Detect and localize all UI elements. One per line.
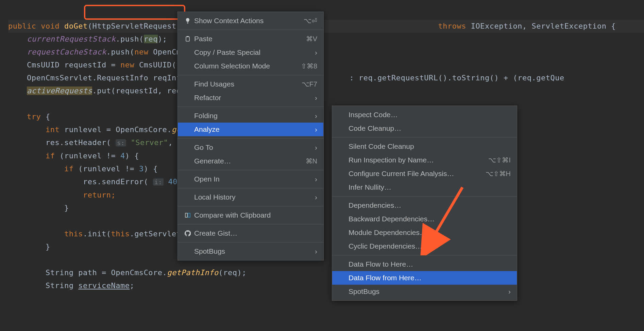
menu-item-run-inspection-by-name[interactable]: Run Inspection by Name…⌥⇧⌘I (332, 153, 517, 167)
menu-item-module-dependencies[interactable]: Module Dependencies… (332, 226, 517, 239)
menu-item-show-context-actions[interactable]: Show Context Actions⌥⏎ (178, 14, 323, 28)
code-text: CmsUUID requestId = (27, 61, 120, 69)
menu-item-infer-nullity[interactable]: Infer Nullity… (332, 180, 517, 194)
kw-int: int (46, 125, 64, 134)
bulb-icon (183, 18, 193, 24)
menu-item-silent-code-cleanup[interactable]: Silent Code Cleanup (332, 140, 517, 153)
menu-item-label: Inspect Code… (347, 111, 511, 119)
code-text: (req); (219, 268, 247, 277)
svg-rect-0 (186, 37, 189, 41)
menu-separator (332, 137, 517, 138)
menu-shortcut: ⌥⇧⌘I (478, 156, 511, 164)
menu-shortcut: ⇧⌘8 (291, 62, 317, 70)
menu-item-copy-paste-special[interactable]: Copy / Paste Special› (178, 46, 323, 59)
menu-item-label: Data Flow from Here… (347, 274, 511, 282)
svg-rect-2 (185, 213, 187, 217)
semi: ; (111, 191, 116, 199)
menu-item-label: Paste (193, 35, 296, 43)
menu-item-label: SpotBugs (347, 287, 508, 296)
kw-public-void: public void (8, 22, 64, 30)
menu-item-paste[interactable]: Paste⌘V (178, 32, 323, 46)
menu-item-label: Refactor (193, 94, 315, 102)
menu-item-data-flow-to-here[interactable]: Data Flow to Here… (332, 257, 517, 271)
hl-req: req (144, 35, 158, 43)
menu-item-label: Go To (193, 143, 315, 152)
kw-this: this (64, 230, 83, 238)
chevron-right-icon: › (315, 193, 317, 201)
menu-item-dependencies[interactable]: Dependencies… (332, 199, 517, 212)
menu-item-go-to[interactable]: Go To› (178, 141, 323, 154)
var-serviceName: serviceName (78, 281, 130, 290)
code-text: .push( (106, 48, 134, 56)
code-text: .push( (116, 35, 143, 43)
menu-item-generate[interactable]: Generate…⌘N (178, 154, 323, 168)
type-HttpServletRequest: HttpServletRequest (92, 22, 176, 30)
menu-separator (332, 255, 517, 255)
code-text: ); (158, 35, 167, 43)
menu-item-open-in[interactable]: Open In› (178, 172, 323, 186)
paren-open: ( (88, 22, 92, 30)
menu-separator (178, 30, 323, 30)
analyze-submenu[interactable]: Inspect Code…Code Cleanup…Silent Code Cl… (332, 106, 517, 301)
menu-item-local-history[interactable]: Local History› (178, 190, 323, 204)
code-text: ) { (144, 164, 158, 173)
menu-shortcut: ⌥⏎ (293, 17, 317, 25)
menu-item-inspect-code[interactable]: Inspect Code… (332, 108, 517, 122)
svg-rect-3 (188, 213, 190, 217)
menu-item-code-cleanup[interactable]: Code Cleanup… (332, 122, 517, 135)
menu-item-configure-current-file-analysis[interactable]: Configure Current File Analysis…⌥⇧⌘H (332, 167, 517, 180)
kw-new: new (120, 61, 139, 69)
menu-item-label: Run Inspection by Name… (347, 156, 478, 164)
menu-item-find-usages[interactable]: Find Usages⌥F7 (178, 77, 323, 91)
menu-item-backward-dependencies[interactable]: Backward Dependencies… (332, 212, 517, 226)
string-literal: "Server" (131, 138, 168, 147)
menu-item-label: Show Context Actions (193, 17, 293, 25)
menu-item-cyclic-dependencies[interactable]: Cyclic Dependencies… (332, 239, 517, 253)
menu-shortcut: ⌥⇧⌘H (475, 170, 511, 178)
menu-item-spotbugs[interactable]: SpotBugs› (178, 245, 323, 258)
param-hint: i: (153, 178, 164, 186)
brace: } (64, 204, 69, 212)
chevron-right-icon: › (508, 287, 511, 296)
menu-item-label: Infer Nullity… (347, 183, 511, 191)
chevron-right-icon: › (315, 94, 317, 102)
code-text: OpenCmsServlet.RequestInfo reqInfo = (27, 74, 200, 82)
menu-item-label: Local History (193, 193, 315, 201)
menu-separator (178, 206, 323, 206)
field-currentRequestStack: currentRequestStack (27, 35, 116, 43)
menu-item-create-gist[interactable]: Create Gist… (178, 226, 323, 240)
chevron-right-icon: › (315, 48, 317, 57)
menu-separator (178, 242, 323, 242)
compare-icon (183, 212, 193, 218)
menu-item-folding[interactable]: Folding› (178, 109, 323, 123)
field-activeRequests: activeRequests (27, 86, 92, 95)
menu-item-label: Analyze (193, 125, 315, 133)
menu-item-label: Backward Dependencies… (347, 215, 511, 223)
menu-item-label: Cyclic Dependencies… (347, 242, 511, 250)
context-menu[interactable]: Show Context Actions⌥⏎Paste⌘VCopy / Past… (177, 12, 324, 261)
chevron-right-icon: › (315, 143, 317, 152)
menu-separator (178, 75, 323, 75)
num-literal: 4 (120, 152, 125, 160)
num-literal: 3 (139, 164, 144, 173)
code-text: res.setHeader( (46, 138, 116, 147)
menu-item-analyze[interactable]: Analyze› (178, 123, 323, 136)
chevron-right-icon: › (315, 175, 317, 183)
menu-item-label: SpotBugs (193, 247, 315, 255)
menu-item-label: Code Cleanup… (347, 124, 511, 132)
menu-item-compare-with-clipboard[interactable]: Compare with Clipboard (178, 208, 323, 222)
menu-separator (178, 224, 323, 224)
menu-item-label: Column Selection Mode (193, 62, 291, 70)
menu-item-label: Open In (193, 175, 315, 183)
menu-item-refactor[interactable]: Refactor› (178, 91, 323, 105)
menu-item-label: Dependencies… (347, 201, 511, 209)
menu-separator (332, 196, 517, 196)
paste-icon (183, 36, 193, 42)
chevron-right-icon: › (315, 112, 317, 120)
menu-separator (178, 107, 323, 107)
menu-item-spotbugs[interactable]: SpotBugs› (332, 285, 517, 298)
menu-item-label: Data Flow to Here… (347, 260, 511, 268)
menu-separator (178, 138, 323, 139)
menu-item-column-selection-mode[interactable]: Column Selection Mode⇧⌘8 (178, 59, 323, 73)
menu-item-data-flow-from-here[interactable]: Data Flow from Here… (332, 271, 517, 285)
